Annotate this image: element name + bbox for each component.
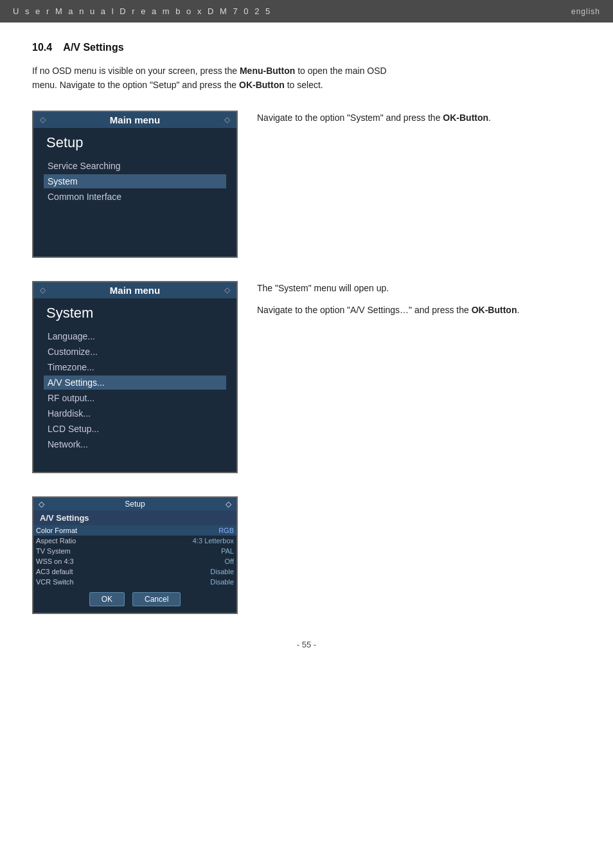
- table-row-aspect-ratio[interactable]: Aspect Ratio 4:3 Letterbox: [33, 536, 236, 546]
- page-header: U s e r M a n u a l D r e a m b o x D M …: [0, 0, 613, 23]
- tv-system-label: TV System: [33, 546, 135, 556]
- table-row-ac3[interactable]: AC3 default Disable: [33, 566, 236, 577]
- main-content: 10.4 A/V Settings If no OSD menu is visi…: [0, 23, 613, 675]
- intro-menu-button: Menu-Button: [240, 66, 295, 76]
- osd-setup-table: Color Format RGB Aspect Ratio 4:3 Letter…: [33, 525, 236, 587]
- osd-item-system[interactable]: System: [44, 174, 226, 188]
- osd-item-lcd-setup[interactable]: LCD Setup...: [44, 422, 226, 436]
- wss-label: WSS on 4:3: [33, 556, 135, 566]
- osd-titlebar-1: ◇ Main menu ◇: [33, 112, 236, 128]
- osd-item-common-interface[interactable]: Common Interface: [44, 190, 226, 204]
- osd-icon-1: ◇: [40, 115, 46, 124]
- aspect-ratio-label: Aspect Ratio: [33, 536, 135, 546]
- header-language: english: [571, 7, 600, 16]
- vcr-value: Disable: [135, 577, 236, 587]
- osd-setup-section: A/V Settings: [33, 511, 236, 525]
- panel1-instructions: Navigate to the option "System" and pres…: [257, 111, 581, 125]
- panel2-instr-line2-end: .: [517, 305, 519, 315]
- osd-setup-buttons: OK Cancel: [33, 587, 236, 613]
- intro-line1-plain2: to open the main OSD: [295, 66, 386, 76]
- table-row-wss[interactable]: WSS on 4:3 Off: [33, 556, 236, 566]
- osd-setup-titlebar-icon: ◇: [39, 500, 44, 509]
- ac3-label: AC3 default: [33, 566, 135, 577]
- page-number: - 55 -: [297, 640, 316, 649]
- color-format-label: Color Format: [33, 525, 135, 536]
- intro-paragraph: If no OSD menu is visible on your screen…: [32, 64, 581, 93]
- osd-item-network[interactable]: Network...: [44, 437, 226, 451]
- osd-titlebar-2: ◇ Main menu ◇: [33, 282, 236, 298]
- osd-section-2: System: [44, 305, 226, 321]
- wss-value: Off: [135, 556, 236, 566]
- tv-system-value: PAL: [135, 546, 236, 556]
- panel2-screenshot: ◇ Main menu ◇ System Language... Customi…: [32, 281, 238, 473]
- osd-item-rf-output[interactable]: RF output...: [44, 391, 226, 405]
- osd-item-av-settings[interactable]: A/V Settings...: [44, 375, 226, 390]
- aspect-ratio-value: 4:3 Letterbox: [135, 536, 236, 546]
- osd-body-1: Setup Service Searching System Common In…: [33, 128, 236, 257]
- vcr-label: VCR Switch: [33, 577, 135, 587]
- intro-line1-plain: If no OSD menu is visible on your screen…: [32, 66, 240, 76]
- osd-mainmenu-2: ◇ Main menu ◇ System Language... Customi…: [32, 281, 238, 473]
- osd-section-1: Setup: [44, 134, 226, 151]
- panel2-instr-line1: The "System" menu will open up.: [257, 281, 581, 295]
- osd-icon-2: ◇: [40, 285, 46, 294]
- panel1-instr-plain: Navigate to the option "System" and pres…: [257, 113, 443, 123]
- panel1-instr-end: .: [488, 113, 491, 123]
- panel2-instr-line2: Navigate to the option "A/V Settings…" a…: [257, 303, 581, 317]
- osd-item-service-searching[interactable]: Service Searching: [44, 159, 226, 173]
- section-heading: 10.4 A/V Settings: [32, 42, 581, 53]
- intro-line2-plain2: to select.: [285, 80, 323, 90]
- osd-setup-titlebar: ◇ Setup ◇: [33, 498, 236, 511]
- intro-ok-button: OK-Button: [239, 80, 285, 90]
- section-title: A/V Settings: [63, 42, 123, 53]
- osd-close-2: ◇: [224, 285, 230, 294]
- panel3-row: ◇ Setup ◇ A/V Settings Color Format RGB …: [32, 496, 581, 614]
- panel3-screenshot: ◇ Setup ◇ A/V Settings Color Format RGB …: [32, 496, 238, 614]
- panel2-row: ◇ Main menu ◇ System Language... Customi…: [32, 281, 581, 473]
- table-row-color-format[interactable]: Color Format RGB: [33, 525, 236, 536]
- ac3-value: Disable: [135, 566, 236, 577]
- panel1-screenshot: ◇ Main menu ◇ Setup Service Searching Sy…: [32, 111, 238, 258]
- osd-item-language[interactable]: Language...: [44, 329, 226, 343]
- osd-body-2: System Language... Customize... Timezone…: [33, 298, 236, 472]
- osd-title-1: Main menu: [110, 114, 160, 125]
- panel2-instructions: The "System" menu will open up. Navigate…: [257, 281, 581, 318]
- osd-setup: ◇ Setup ◇ A/V Settings Color Format RGB …: [32, 496, 238, 614]
- panel1-row: ◇ Main menu ◇ Setup Service Searching Sy…: [32, 111, 581, 258]
- osd-item-customize[interactable]: Customize...: [44, 345, 226, 359]
- cancel-button[interactable]: Cancel: [132, 592, 181, 606]
- table-row-vcr[interactable]: VCR Switch Disable: [33, 577, 236, 587]
- osd-title-2: Main menu: [110, 285, 160, 296]
- osd-close-1: ◇: [224, 115, 230, 124]
- table-row-tv-system[interactable]: TV System PAL: [33, 546, 236, 556]
- section-number: 10.4: [32, 42, 52, 53]
- header-title: U s e r M a n u a l D r e a m b o x D M …: [13, 6, 272, 16]
- intro-line2-plain: menu. Navigate to the option "Setup" and…: [32, 80, 239, 90]
- panel1-instr-bold: OK-Button: [443, 113, 488, 123]
- color-format-value: RGB: [135, 525, 236, 536]
- osd-setup-titlebar-close: ◇: [226, 500, 231, 509]
- panel2-instr-line2-plain: Navigate to the option "A/V Settings…" a…: [257, 305, 472, 315]
- osd-item-timezone[interactable]: Timezone...: [44, 360, 226, 374]
- ok-button[interactable]: OK: [89, 592, 125, 606]
- osd-item-harddisk[interactable]: Harddisk...: [44, 406, 226, 420]
- page-footer: - 55 -: [32, 640, 581, 649]
- panel2-instr-line2-bold: OK-Button: [472, 305, 517, 315]
- osd-mainmenu-1: ◇ Main menu ◇ Setup Service Searching Sy…: [32, 111, 238, 258]
- osd-setup-titlebar-title: Setup: [125, 500, 145, 509]
